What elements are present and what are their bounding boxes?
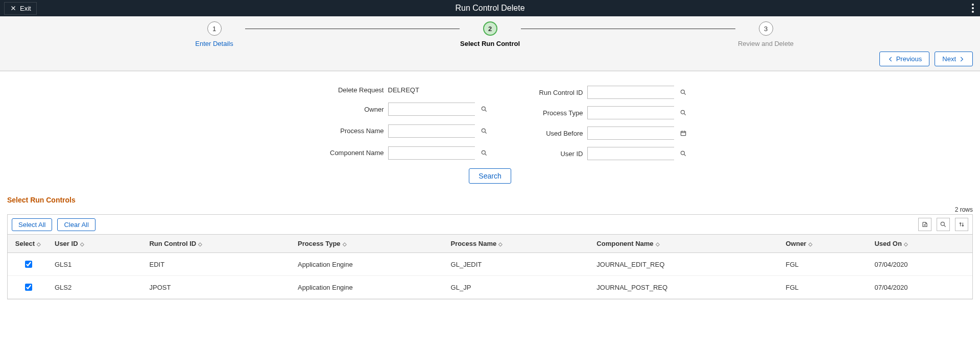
step-label: Select Run Control [460,40,520,47]
owner-input[interactable] [389,103,481,115]
nav-buttons: Previous Next [0,47,980,66]
user-id-label: User ID [506,150,587,158]
previous-label: Previous [896,55,922,63]
sort-icon[interactable] [955,218,968,231]
svg-point-4 [681,110,684,114]
step-connector [245,29,460,29]
cell-process-type: Application Engine [292,253,445,276]
component-name-label: Component Name [306,149,388,157]
search-icon[interactable] [481,106,488,113]
col-run-control-id[interactable]: Run Control ID [143,235,292,253]
select-all-button[interactable]: Select All [12,218,52,231]
step-label[interactable]: Enter Details [195,40,233,47]
results-table: Select User ID Run Control ID Process Ty… [8,235,972,299]
used-before-field[interactable] [587,127,674,140]
exit-label: Exit [20,5,31,12]
next-label: Next [942,55,956,63]
search-button[interactable]: Search [469,168,511,184]
exit-button[interactable]: Exit [4,2,37,15]
svg-point-7 [941,222,944,225]
owner-field[interactable] [388,103,475,116]
cell-owner: FGL [779,253,868,276]
clear-all-button[interactable]: Clear All [57,218,95,231]
cell-process-type: Application Engine [292,276,445,299]
col-component-name[interactable]: Component Name [590,235,779,253]
process-type-field[interactable] [587,106,674,119]
svg-point-0 [482,107,485,110]
form-col-right: Run Control ID Process Type Used Before … [506,86,674,160]
section-title: Select Run Controls [7,196,973,204]
used-before-label: Used Before [506,130,587,137]
download-icon[interactable] [918,218,931,231]
cell-process-name: GL_JEDIT [445,253,591,276]
wizard-steps: 1 Enter Details 2 Select Run Control 3 R… [184,21,797,47]
wizard-step-1[interactable]: 1 Enter Details [184,21,245,47]
col-process-name[interactable]: Process Name [445,235,591,253]
sort-indicator-icon [498,241,503,247]
search-icon[interactable] [481,128,488,135]
grid-toolbar: Select All Clear All [8,215,972,235]
run-control-id-field[interactable] [587,86,674,99]
grid-container: Select All Clear All Select User ID Run … [7,214,973,299]
cell-used-on: 07/04/2020 [868,253,972,276]
cell-component-name: JOURNAL_EDIT_REQ [590,253,779,276]
cell-user-id: GLS2 [49,276,143,299]
delete-request-label: Delete Request [306,86,388,94]
row-select-checkbox[interactable] [25,284,32,291]
find-icon[interactable] [937,218,950,231]
previous-button[interactable]: Previous [879,52,930,66]
calendar-icon[interactable] [680,130,687,137]
search-row: Search [0,168,980,184]
cell-owner: FGL [779,276,868,299]
sort-indicator-icon [808,241,812,247]
component-name-input[interactable] [389,147,481,159]
process-type-label: Process Type [506,109,587,117]
chevron-right-icon [958,56,965,63]
svg-point-3 [681,90,684,93]
search-icon[interactable] [680,89,687,96]
run-control-id-input[interactable] [588,86,680,98]
search-form: Delete Request DELREQT Owner Process Nam… [199,86,781,160]
col-user-id[interactable]: User ID [49,235,143,253]
rows-info: 2 rows [7,206,973,213]
step-label: Review and Delete [738,40,794,47]
form-col-left: Delete Request DELREQT Owner Process Nam… [306,86,475,160]
page-title: Run Control Delete [455,4,524,13]
process-type-input[interactable] [588,107,680,119]
close-icon [10,5,17,12]
kebab-menu-icon[interactable] [970,2,976,15]
cell-process-name: GL_JP [445,276,591,299]
next-button[interactable]: Next [935,52,973,66]
sort-indicator-icon [904,241,908,247]
process-name-input[interactable] [389,125,481,137]
process-name-field[interactable] [388,124,475,138]
component-name-field[interactable] [388,146,475,160]
process-name-label: Process Name [306,127,388,135]
sort-indicator-icon [656,241,660,247]
svg-point-2 [482,150,485,154]
col-process-type[interactable]: Process Type [292,235,445,253]
col-used-on[interactable]: Used On [868,235,972,253]
sort-indicator-icon [198,241,202,247]
step-circle: 2 [483,21,497,36]
owner-label: Owner [306,106,388,113]
chevron-left-icon [887,56,894,63]
svg-point-1 [482,129,485,132]
col-owner[interactable]: Owner [779,235,868,253]
col-select[interactable]: Select [8,235,49,253]
cell-component-name: JOURNAL_POST_REQ [590,276,779,299]
delete-request-value: DELREQT [388,86,475,94]
search-icon[interactable] [680,150,687,157]
cell-user-id: GLS1 [49,253,143,276]
row-select-checkbox[interactable] [25,261,32,268]
user-id-field[interactable] [587,147,674,160]
wizard-container: 1 Enter Details 2 Select Run Control 3 R… [0,16,980,71]
search-icon[interactable] [680,109,687,116]
used-before-input[interactable] [588,127,680,139]
search-icon[interactable] [481,149,488,157]
run-control-id-label: Run Control ID [506,89,587,96]
user-id-input[interactable] [588,147,680,160]
svg-point-6 [681,151,684,155]
wizard-step-2: 2 Select Run Control [460,21,521,47]
step-connector [521,29,735,29]
